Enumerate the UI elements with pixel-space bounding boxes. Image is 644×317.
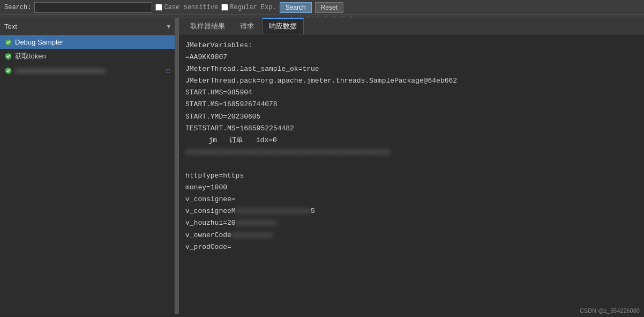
search-button[interactable]: Search: [280, 2, 312, 13]
main-layout: Text ▼ Debug Sampler: [0, 18, 644, 314]
line-http-type: httpType=https: [185, 170, 638, 182]
tree-item-debug-sampler-label: Debug Sampler: [15, 38, 170, 46]
triangle-icon[interactable]: ▼: [167, 24, 170, 30]
line-v-houzhui: v_houzhui=20xxxxxxxxxx: [185, 217, 638, 229]
line-jmeter-variables: JMeterVariables:: [185, 40, 638, 51]
line-start-hms: START.HMS=085904: [185, 87, 638, 99]
blurred-houzhui: xxxxxxxxxx: [236, 217, 278, 229]
case-sensitive-checkbox[interactable]: [155, 4, 162, 11]
blurred-owner-code: xxxxxxxxxx: [231, 230, 273, 241]
content-area[interactable]: JMeterVariables: =AA9KK9007 JMeterThread…: [179, 34, 644, 314]
line-blurred-row: xxxxxxxxxxxxxxxxxxxxxxxxxxxxxxxxxxxxxxxx…: [185, 146, 638, 158]
case-sensitive-option[interactable]: Case sensitive: [155, 4, 218, 11]
tree-item-get-token-label: 获取token: [15, 51, 170, 61]
left-panel-header: Text ▼: [0, 18, 175, 35]
watermark: CSDN @z_354226080: [580, 307, 640, 314]
line-v-consignee-m: v_consigneeMxxxxxxxxxxxxxxxxxx5: [185, 205, 638, 217]
tabs-bar: 取样器结果 请求 响应数据: [179, 18, 644, 34]
left-header-icons: ▼: [167, 24, 170, 30]
tab-request[interactable]: 请求: [233, 18, 261, 34]
reset-button[interactable]: Reset: [315, 2, 343, 13]
line-last-sample: JMeterThread.last_sample_ok=true: [185, 63, 638, 75]
tree-item-get-token[interactable]: 获取token: [0, 49, 175, 64]
right-panel: 取样器结果 请求 响应数据 JMeterVariables: =AA9KK900…: [179, 18, 644, 314]
line-empty: [185, 158, 638, 170]
document-icon: □: [167, 67, 170, 75]
line-v-consignee: v_consignee=: [185, 194, 638, 205]
search-label: Search:: [4, 4, 31, 11]
shield-green-icon-3: [4, 67, 12, 75]
line-money: money=1000: [185, 182, 638, 194]
tab-response-data[interactable]: 响应数据: [262, 18, 304, 34]
left-panel: Text ▼ Debug Sampler: [0, 18, 176, 314]
search-input[interactable]: [34, 2, 152, 13]
line-start-ymd: START.YMD=20230605: [185, 111, 638, 123]
regex-checkbox[interactable]: [221, 4, 228, 11]
line-jm-order: jm 订单 idx=0: [185, 135, 638, 146]
search-bar: Search: Case sensitive Regular Exp. Sear…: [0, 0, 644, 15]
line-v-prod-code: v_prodCode=: [185, 241, 638, 253]
left-panel-title: Text: [4, 23, 17, 31]
shield-green-icon-2: [4, 53, 12, 60]
tab-sampler-result[interactable]: 取样器结果: [183, 18, 232, 34]
shield-green-icon: [4, 39, 12, 46]
blurred-content: xxxxxxxxxxxxxxxxxxxxxxxxxxxxxxxxxxxxxxxx…: [185, 146, 390, 158]
blurred-consignee-m: xxxxxxxxxxxxxxxxxx: [236, 205, 311, 217]
line-teststart-ms: TESTSTART.MS=1685952254482: [185, 123, 638, 135]
line-start-ms: START.MS=1685926744078: [185, 99, 638, 110]
tree-item-debug-sampler[interactable]: Debug Sampler: [0, 35, 175, 49]
tree-item-blurred[interactable]: xxxxxxxxxxxxxxxxxxxxxxxxxx □: [0, 64, 175, 77]
line-pack: JMeterThread.pack=org.apache.jmeter.thre…: [185, 75, 638, 87]
tree-list: Debug Sampler 获取token: [0, 35, 175, 314]
line-v-owner-code: v_ownerCodexxxxxxxxxx: [185, 230, 638, 241]
line-token-value: =AA9KK9007: [185, 51, 638, 63]
tree-item-blurred-label: xxxxxxxxxxxxxxxxxxxxxxxxxx: [15, 67, 163, 75]
regex-option[interactable]: Regular Exp.: [221, 4, 276, 11]
